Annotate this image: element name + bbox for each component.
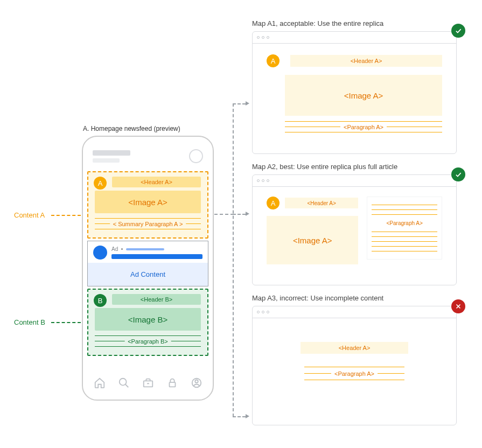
content-card-b: B <Header B> <Image B> <Paragraph B>	[87, 289, 208, 356]
dot-separator-icon	[121, 248, 123, 250]
svg-line-1	[125, 384, 128, 388]
caption-map-a2: Map A2, best: Use entire replica plus fu…	[252, 163, 462, 171]
window-dot-icon	[267, 311, 269, 313]
lock-icon	[166, 377, 178, 389]
ad-card: Ad Ad Content	[87, 241, 208, 286]
window-dot-icon	[262, 311, 264, 313]
arrow-icon	[246, 212, 249, 216]
image-b: <Image B>	[95, 308, 201, 331]
image-a: <Image A>	[285, 75, 442, 116]
window-dot-icon	[262, 179, 264, 182]
bottom-nav	[87, 370, 208, 395]
app-header	[87, 141, 208, 171]
caption-map-a3: Map A3, incorrect: Use incomplete conten…	[252, 294, 462, 302]
window-dot-icon	[257, 311, 260, 313]
paragraph-a: <Paragraph A>	[285, 121, 442, 132]
browser-map-a2: A <Header A> <Image A> <Paragraph A>	[252, 174, 457, 285]
image-a: <Image A>	[267, 216, 358, 264]
window-controls	[253, 32, 456, 44]
home-icon	[94, 377, 106, 389]
connector-label-a	[51, 215, 81, 216]
placeholder-bar	[93, 150, 130, 156]
phone-mock: A <Header A> <Image A> < Summary Paragra…	[82, 136, 214, 401]
svg-point-5	[195, 380, 198, 383]
check-icon	[451, 167, 465, 181]
arrow-icon	[246, 414, 249, 418]
window-dot-icon	[267, 179, 269, 182]
connector-horizontal	[214, 214, 234, 215]
window-dot-icon	[267, 36, 269, 39]
header-b: <Header B>	[112, 294, 201, 305]
paragraph-b-label: <Paragraph B>	[124, 338, 171, 345]
browser-map-a1: A <Header A> <Image A> <Paragraph A>	[252, 31, 457, 154]
ad-label: Ad	[111, 246, 118, 252]
summary-paragraph-a-label: < Summary Paragraph A >	[110, 221, 186, 227]
connector-horizontal	[233, 214, 246, 215]
browser-map-a3: <Header A> <Paragraph A>	[252, 306, 457, 425]
window-dot-icon	[257, 36, 260, 39]
header-a: <Header A>	[112, 177, 201, 187]
label-content-a: Content A	[14, 211, 45, 219]
connector-horizontal	[233, 103, 246, 104]
content-card-a: A <Header A> <Image A> < Summary Paragra…	[87, 171, 208, 239]
paragraph-a-label: <Paragraph A>	[372, 219, 437, 227]
cross-icon	[451, 299, 465, 313]
svg-rect-3	[169, 382, 175, 387]
search-icon	[118, 377, 130, 389]
paragraph-a-label: <Paragraph A>	[331, 370, 378, 377]
ad-content: Ad Content	[88, 263, 208, 286]
label-content-b: Content B	[14, 318, 45, 326]
check-icon	[451, 24, 465, 38]
image-a: <Image A>	[95, 191, 201, 213]
paragraph-a-label: <Paragraph A>	[340, 124, 387, 130]
svg-point-0	[119, 379, 126, 386]
connector-vertical	[233, 103, 234, 417]
summary-paragraph-a: < Summary Paragraph A >	[95, 218, 201, 229]
badge-a: A	[94, 177, 107, 190]
user-icon	[191, 377, 202, 389]
badge-b: B	[94, 294, 107, 307]
badge-a: A	[267, 197, 280, 209]
window-controls	[253, 175, 456, 187]
caption-phone: A. Homepage newsfeed (preview)	[83, 125, 180, 132]
placeholder-bar	[93, 158, 120, 163]
connector-label-b	[51, 322, 81, 323]
window-dot-icon	[257, 179, 260, 182]
header-a: <Header A>	[301, 342, 408, 354]
placeholder-bar	[126, 248, 164, 250]
paragraph-b: <Paragraph B>	[95, 335, 201, 347]
caption-map-a1: Map A1, acceptable: Use the entire repli…	[252, 19, 462, 27]
window-dot-icon	[262, 36, 264, 39]
avatar-placeholder	[189, 149, 203, 163]
window-controls	[253, 306, 456, 318]
arrow-icon	[246, 101, 249, 106]
header-a: <Header A>	[285, 198, 358, 208]
badge-a: A	[267, 54, 280, 67]
paragraph-a: <Paragraph A>	[304, 367, 404, 380]
briefcase-icon	[142, 377, 154, 389]
ad-avatar	[93, 246, 107, 260]
header-a: <Header A>	[290, 55, 442, 67]
connector-horizontal	[233, 416, 246, 417]
article-paragraph-panel: <Paragraph A>	[367, 197, 442, 260]
placeholder-bar	[111, 254, 202, 259]
